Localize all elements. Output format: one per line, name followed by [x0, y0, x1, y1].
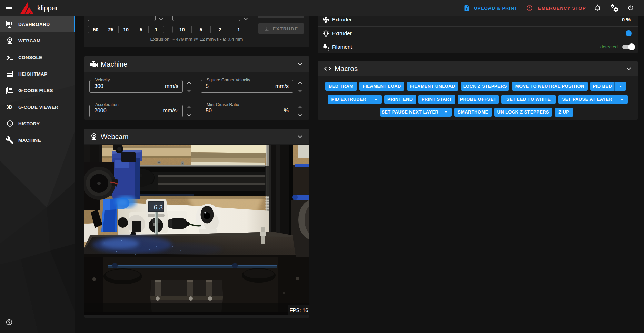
svg-text:6.3: 6.3: [154, 204, 163, 211]
svg-text:3D: 3D: [6, 104, 12, 110]
